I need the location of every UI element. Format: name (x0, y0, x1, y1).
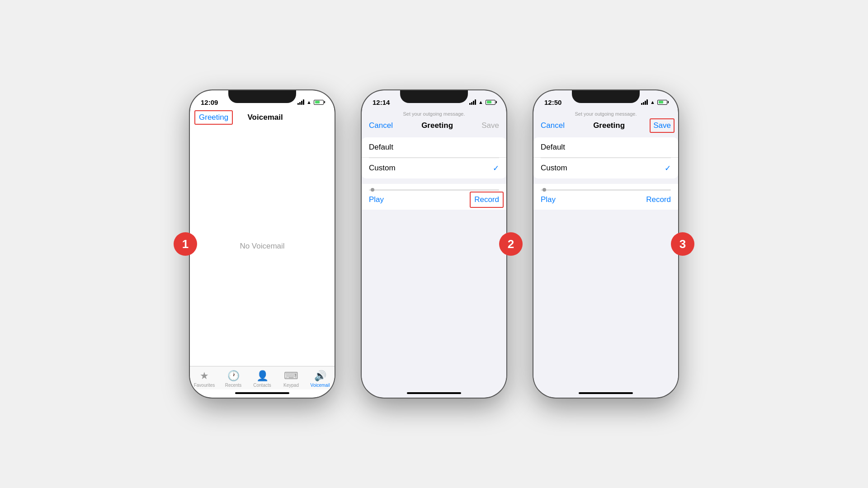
phone2-iphone: 12:14 ▲ Set your outgoing message. Cance… (362, 90, 506, 398)
tab-recents[interactable]: 🕐 Recents (219, 370, 248, 388)
tab-voicemail[interactable]: 🔊 Voicemail (306, 370, 335, 388)
phone2-checkmark: ✓ (493, 164, 499, 173)
phone1-no-voicemail: No Voicemail (190, 127, 335, 366)
phone2-spacer (362, 213, 506, 390)
phone3-checkmark: ✓ (665, 164, 671, 173)
phone3-hint: Set your outgoing message. (533, 110, 678, 119)
phone1-time: 12:09 (201, 99, 218, 106)
phone2-screen: 12:14 ▲ Set your outgoing message. Cance… (362, 90, 506, 398)
phone3-battery (657, 100, 667, 105)
phone1-home-indicator (235, 392, 289, 394)
phone3-scrubber[interactable] (541, 189, 671, 191)
phone2-play-button[interactable]: Play (369, 195, 384, 204)
phone3-save-button[interactable]: Save (653, 121, 671, 130)
phone3-scrubber-dot (542, 188, 546, 192)
recents-icon: 🕐 (227, 370, 240, 382)
phone2-option-custom[interactable]: Custom ✓ (362, 158, 506, 178)
phone2-record-container: Record (474, 195, 499, 204)
step1-circle: 1 (174, 232, 197, 256)
phone2-options-group: Default Custom ✓ (362, 137, 506, 178)
phone2-battery (486, 100, 495, 105)
favourites-label: Favourites (194, 383, 215, 388)
tab-contacts[interactable]: 👤 Contacts (248, 370, 277, 388)
phone3-gap (533, 178, 678, 184)
phone1-nav-bar: Greeting Voicemail (190, 110, 335, 127)
phone2-scrubber[interactable] (369, 189, 499, 191)
phone3-option-custom-label: Custom (541, 164, 567, 173)
phone3-cancel-button[interactable]: Cancel (541, 121, 565, 130)
phone3-save-container: Save (653, 121, 671, 130)
phone3-option-default-label: Default (541, 143, 565, 152)
phone3-wifi-icon: ▲ (650, 99, 655, 105)
phone3-signal (641, 99, 648, 105)
phone3-nav-title: Greeting (593, 121, 625, 130)
phone2-nav-bar: Cancel Greeting Save (362, 119, 506, 134)
phone1-nav-title: Voicemail (248, 113, 283, 122)
contacts-icon: 👤 (256, 370, 269, 382)
step3-circle: 3 (671, 232, 694, 256)
phone1-tab-bar: ★ Favourites 🕐 Recents 👤 Contacts ⌨ Keyp… (190, 366, 335, 389)
phone3-play-button[interactable]: Play (541, 195, 556, 204)
tab-favourites[interactable]: ★ Favourites (190, 370, 219, 388)
phone2-home-indicator (407, 392, 461, 394)
phone1-notch (228, 90, 296, 103)
phone2-signal (469, 99, 476, 105)
phone2-status-icons: ▲ (469, 99, 495, 105)
phone2-gap (362, 178, 506, 184)
step2-label: 2 (508, 237, 514, 251)
phone1-wifi-icon: ▲ (307, 99, 311, 105)
phone2-content: Default Custom ✓ Play (362, 137, 506, 210)
phone1-screen: 12:09 ▲ Greeting (190, 90, 335, 398)
phone2-option-default-label: Default (369, 143, 393, 152)
phone2-time: 12:14 (373, 99, 390, 106)
phone2-audio-section: Play Record (362, 184, 506, 210)
phone3-notch (572, 90, 640, 103)
favourites-icon: ★ (200, 370, 209, 382)
keypad-icon: ⌨ (284, 370, 298, 382)
phone1-iphone: 12:09 ▲ Greeting (190, 90, 335, 398)
phone3-status-icons: ▲ (641, 99, 667, 105)
phone2-save-button[interactable]: Save (481, 121, 499, 130)
keypad-label: Keypad (283, 383, 299, 388)
voicemail-label: Voicemail (311, 383, 330, 388)
phone2-wrapper: 12:14 ▲ Set your outgoing message. Cance… (362, 90, 506, 398)
phone3-option-default[interactable]: Default (533, 137, 678, 158)
phone3-screen: 12:50 ▲ Set your outgoing message. Cance… (533, 90, 678, 398)
phone2-audio-controls: Play Record (369, 195, 499, 204)
recents-label: Recents (225, 383, 242, 388)
tab-keypad[interactable]: ⌨ Keypad (277, 370, 306, 388)
step1-label: 1 (182, 237, 189, 251)
phone1-greeting-button[interactable]: Greeting (197, 112, 230, 123)
phone1-status-icons: ▲ (297, 99, 324, 105)
phone1-battery (314, 100, 324, 105)
phone3-time: 12:50 (544, 99, 561, 106)
phone2-cancel-button[interactable]: Cancel (369, 121, 393, 130)
phone1-signal (297, 99, 304, 105)
phone3-iphone: 12:50 ▲ Set your outgoing message. Cance… (533, 90, 678, 398)
phone3-home-indicator (579, 392, 633, 394)
voicemail-icon: 🔊 (314, 370, 326, 382)
phone1-wrapper: 1 12:09 ▲ Gre (190, 90, 335, 398)
phone2-notch (400, 90, 468, 103)
phone3-audio-controls: Play Record (541, 195, 671, 204)
phone2-record-button[interactable]: Record (474, 195, 499, 204)
step3-label: 3 (679, 237, 686, 251)
phone3-record-button[interactable]: Record (646, 195, 671, 204)
phone2-option-default[interactable]: Default (362, 137, 506, 158)
phone3-audio-section: Play Record (533, 184, 678, 210)
phone2-wifi-icon: ▲ (478, 99, 483, 105)
phone2-scrubber-dot (371, 188, 374, 192)
phone3-nav-bar: Cancel Greeting Save (533, 119, 678, 134)
phone3-spacer (533, 213, 678, 390)
phone2-option-custom-label: Custom (369, 164, 396, 173)
phone1-content: No Voicemail (190, 127, 335, 366)
phone3-option-custom[interactable]: Custom ✓ (533, 158, 678, 178)
phone2-nav-title: Greeting (421, 121, 453, 130)
phone1-greeting-container: Greeting (197, 112, 230, 123)
phone3-options-group: Default Custom ✓ (533, 137, 678, 178)
step2-circle: 2 (499, 232, 523, 256)
phone3-wrapper: 12:50 ▲ Set your outgoing message. Cance… (533, 90, 678, 398)
phone3-content: Default Custom ✓ Play Rec (533, 137, 678, 210)
phone2-hint: Set your outgoing message. (362, 110, 506, 119)
contacts-label: Contacts (253, 383, 271, 388)
